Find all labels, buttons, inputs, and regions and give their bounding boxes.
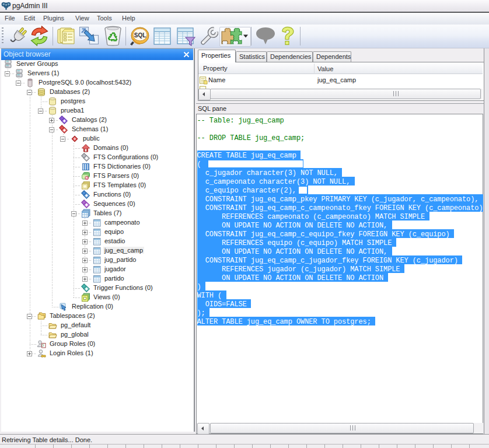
svg-text:SQL: SQL [134,32,146,38]
